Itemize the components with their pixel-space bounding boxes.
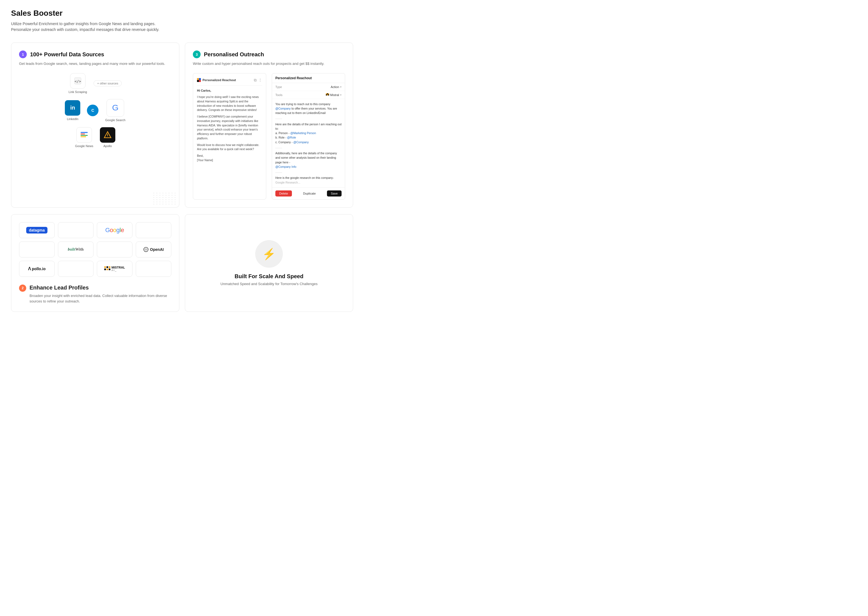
page-title: Sales Booster xyxy=(11,9,353,18)
logo-mistral: MISTRAL AI_ xyxy=(97,261,132,277)
step2-badge: 2 xyxy=(19,284,26,292)
source-google-news: Google News xyxy=(75,127,93,148)
svg-rect-16 xyxy=(328,93,329,94)
logo-blank2 xyxy=(136,222,171,238)
card3-description: Broaden your insight with enriched lead … xyxy=(30,293,171,304)
source-linkedin: in LinkedIn xyxy=(65,100,80,121)
reachout-type-label: Type xyxy=(275,85,282,89)
svg-rect-14 xyxy=(326,93,327,94)
logo-blank4 xyxy=(97,242,132,258)
svg-rect-13 xyxy=(199,80,201,82)
card-speed: ⚡ Built For Scale And Speed Unmatched Sp… xyxy=(185,214,353,312)
email-body-2: I believe [COMPANY] can complement your … xyxy=(197,115,262,141)
svg-text:</>: </> xyxy=(74,79,81,83)
source-link-scraping-label: Link Scraping xyxy=(69,90,87,94)
top-cards-row: 1 100+ Powerful Data Sources Get leads f… xyxy=(11,42,353,207)
email-actions: ⧉ ⋮ xyxy=(254,77,262,83)
bottom-section: datagma Google builtWith xyxy=(11,214,353,312)
source-crunchbase: C xyxy=(87,105,99,116)
card3-title: Enhance Lead Profiles xyxy=(30,284,171,291)
other-sources-badge: + other sources xyxy=(94,80,122,86)
source-linkedin-label: LinkedIn xyxy=(67,117,78,121)
reachout-panel-title: Personalized Reachout xyxy=(272,74,345,83)
logo-apollo: Λpollo.io xyxy=(19,261,55,277)
svg-rect-10 xyxy=(197,78,199,80)
email-body-1: I hope you're doing well! I saw the exci… xyxy=(197,95,262,112)
enhance-section: 2 Enhance Lead Profiles Broaden your ins… xyxy=(19,284,171,304)
card1-header: 1 100+ Powerful Data Sources xyxy=(19,50,171,58)
logo-blank3 xyxy=(19,242,55,258)
source-apollo-label: Apollo xyxy=(104,145,112,148)
page-subtitle: Utilize Powerful Enrichment to gather in… xyxy=(11,21,353,33)
logo-google: Google xyxy=(97,222,132,238)
svg-rect-17 xyxy=(326,94,327,96)
email-brand-label: Personalized Reachout xyxy=(202,78,236,83)
email-signoff: Best, xyxy=(197,154,262,158)
reachout-tools-row: Tools Mistral ▾ xyxy=(272,91,345,99)
email-header: Personalized Reachout ⧉ ⋮ xyxy=(197,77,262,86)
svg-rect-11 xyxy=(199,78,201,80)
logo-builtwith: builtWith xyxy=(58,242,94,258)
source-google-news-label: Google News xyxy=(75,145,93,148)
lightning-circle: ⚡ xyxy=(255,240,283,268)
step3-badge: 3 xyxy=(193,50,201,58)
chevron-icon-2: ▾ xyxy=(340,94,342,96)
svg-rect-5 xyxy=(80,134,85,134)
reachout-tools-value: Mistral ▾ xyxy=(326,93,342,97)
svg-rect-21 xyxy=(104,266,106,268)
save-button[interactable]: Save xyxy=(327,190,342,196)
email-body-3: Would love to discuss how we might colla… xyxy=(197,143,262,152)
svg-rect-12 xyxy=(197,80,199,82)
outreach-inner: Personalized Reachout ⧉ ⋮ Hi Carlos, I h… xyxy=(193,73,345,200)
speed-subtitle: Unmatched Speed and Scalability for Tomo… xyxy=(220,282,317,286)
enhance-step: 2 Enhance Lead Profiles Broaden your ins… xyxy=(19,284,171,304)
more-icon[interactable]: ⋮ xyxy=(258,77,262,83)
logo-blank6 xyxy=(136,261,171,277)
lightning-icon: ⚡ xyxy=(262,248,276,261)
speed-title: Built For Scale And Speed xyxy=(234,273,303,280)
email-brand: Personalized Reachout xyxy=(197,78,236,83)
duplicate-button[interactable]: Duplicate xyxy=(303,192,315,195)
svg-rect-26 xyxy=(109,269,110,270)
svg-rect-24 xyxy=(104,269,106,270)
svg-rect-4 xyxy=(80,132,88,133)
card1-title: 100+ Powerful Data Sources xyxy=(30,51,104,58)
card-enhance: datagma Google builtWith xyxy=(11,214,179,312)
card-data-sources: 1 100+ Powerful Data Sources Get leads f… xyxy=(11,42,179,207)
svg-rect-22 xyxy=(107,266,108,268)
sources-row-3: Google News Apollo xyxy=(75,127,115,148)
source-link-scraping: </> Link Scraping xyxy=(69,73,87,94)
svg-point-20 xyxy=(144,247,148,252)
reachout-content: You are trying to reach out to this comp… xyxy=(272,99,345,188)
card2-title: Personalised Outreach xyxy=(204,51,264,58)
copy-icon[interactable]: ⧉ xyxy=(254,77,257,83)
logo-openai: OpenAI xyxy=(136,242,171,258)
svg-rect-15 xyxy=(327,93,328,94)
step1-badge: 1 xyxy=(19,50,27,58)
svg-rect-18 xyxy=(327,94,328,96)
delete-button[interactable]: Delete xyxy=(275,190,292,196)
card2-header: 3 Personalised Outreach xyxy=(193,50,345,58)
reachout-type-row: Type Action ▾ xyxy=(272,83,345,91)
sources-row-2: in LinkedIn C G Google Search xyxy=(65,99,125,122)
reachout-actions: Delete Duplicate Save xyxy=(272,187,345,199)
svg-rect-23 xyxy=(109,266,110,268)
reachout-panel: Personalized Reachout Type Action ▾ Tool… xyxy=(272,73,345,200)
svg-rect-7 xyxy=(80,136,86,137)
sources-layout: </> Link Scraping + other sources in Lin… xyxy=(19,73,171,148)
svg-rect-25 xyxy=(107,269,108,270)
logo-blank5 xyxy=(58,261,94,277)
svg-text:G: G xyxy=(112,103,118,112)
chevron-icon: ▾ xyxy=(340,86,342,88)
sources-row-1: </> Link Scraping + other sources xyxy=(69,73,122,94)
card-personalized-outreach: 3 Personalised Outreach Write custom and… xyxy=(185,42,353,207)
dot-grid-decoration: // Will be generated inline below xyxy=(154,193,176,204)
source-google-search: G Google Search xyxy=(105,99,125,122)
logo-blank1 xyxy=(58,222,94,238)
email-preview: Personalized Reachout ⧉ ⋮ Hi Carlos, I h… xyxy=(193,73,266,200)
svg-rect-19 xyxy=(328,94,329,96)
email-name: [Your Name] xyxy=(197,158,262,163)
svg-rect-6 xyxy=(80,135,88,136)
logo-datagma: datagma xyxy=(19,222,55,238)
reachout-type-value: Action ▾ xyxy=(331,85,342,89)
